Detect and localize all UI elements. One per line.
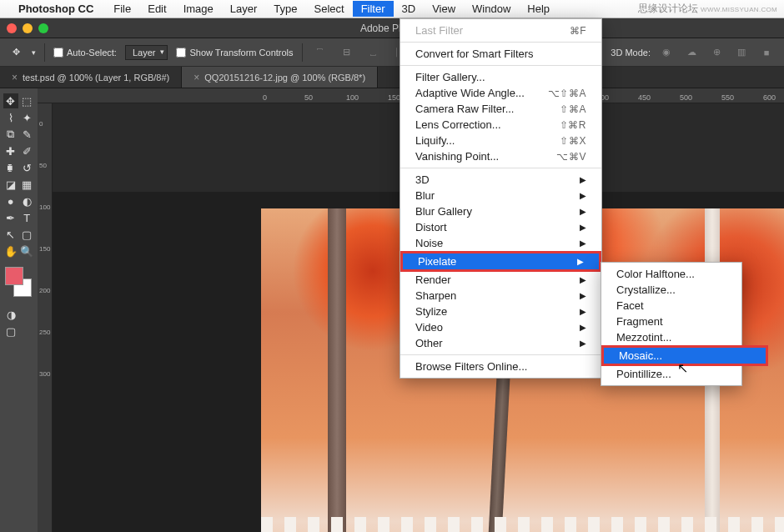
submenu-mezzotint[interactable]: Mezzotint... [601, 329, 768, 345]
blur-tool[interactable]: ● [3, 193, 18, 208]
close-icon[interactable]: × [193, 72, 199, 83]
watermark: 思缘设计论坛 WWW.MISSYUAN.COM [638, 2, 777, 16]
menu-filter[interactable]: Filter [353, 1, 394, 17]
menu-other-sub[interactable]: Other▶ [400, 335, 601, 351]
menu-blur-gallery-sub[interactable]: Blur Gallery▶ [400, 203, 601, 219]
slide-icon[interactable]: ▥ [732, 43, 751, 62]
crop-tool[interactable]: ⧉ [3, 127, 18, 142]
move-tool-icon: ✥ [8, 45, 23, 60]
eyedropper-tool[interactable]: ✎ [20, 127, 35, 142]
gradient-tool[interactable]: ▦ [20, 177, 35, 192]
menu-vanishing-point[interactable]: Vanishing Point...⌥⌘V [400, 148, 601, 164]
menu-window[interactable]: Window [464, 1, 519, 17]
menu-file[interactable]: File [105, 1, 139, 17]
menu-help[interactable]: Help [519, 1, 558, 17]
filter-menu: Last Filter⌘F Convert for Smart Filters … [400, 18, 602, 379]
menu-filter-gallery[interactable]: Filter Gallery... [400, 69, 601, 85]
align-vcenter-icon[interactable]: ⊟ [338, 43, 356, 62]
eraser-tool[interactable]: ◪ [3, 177, 18, 192]
menu-image[interactable]: Image [175, 1, 222, 17]
hand-tool[interactable]: ✋ [3, 243, 18, 258]
color-swatches[interactable] [3, 267, 33, 297]
3d-mode-label: 3D Mode: [611, 48, 651, 58]
pixelate-submenu: Color Halftone... Crystallize... Facet F… [601, 262, 742, 386]
screen-mode-tool[interactable]: ▢ [3, 324, 18, 339]
pen-tool[interactable]: ✒ [3, 210, 18, 225]
lasso-tool[interactable]: ⌇ [3, 110, 18, 125]
dolly-icon[interactable]: ⊕ [707, 43, 726, 62]
menu-layer[interactable]: Layer [222, 1, 266, 17]
menu-3d-sub[interactable]: 3D▶ [400, 172, 601, 188]
app-name[interactable]: Photoshop CC [18, 3, 93, 15]
zoom-tool[interactable]: 🔍 [20, 243, 35, 258]
menu-view[interactable]: View [424, 1, 464, 17]
menu-lens-correction[interactable]: Lens Correction...⇧⌘R [400, 117, 601, 133]
foreground-color-swatch[interactable] [5, 267, 23, 285]
menu-pixelate-sub[interactable]: Pixelate▶ [400, 251, 601, 272]
menu-convert-smart-filters[interactable]: Convert for Smart Filters [400, 46, 601, 62]
auto-select-checkbox[interactable]: Auto-Select: [53, 48, 117, 58]
orbit-icon[interactable]: ◉ [657, 43, 676, 62]
tab-test-psd[interactable]: ×test.psd @ 100% (Layer 1, RGB/8#) [0, 67, 182, 88]
close-icon[interactable]: × [12, 72, 18, 83]
tab-qq-jpg[interactable]: ×QQ20151216-12.jpg @ 100% (RGB/8*) [182, 67, 378, 88]
menu-sharpen-sub[interactable]: Sharpen▶ [400, 288, 601, 304]
submenu-crystallize[interactable]: Crystallize... [601, 282, 768, 298]
cursor-icon: ↖ [677, 360, 688, 376]
pan-icon[interactable]: ☁ [682, 43, 701, 62]
menu-blur-sub[interactable]: Blur▶ [400, 188, 601, 203]
stamp-tool[interactable]: ⧯ [3, 160, 18, 175]
tool-panel: ✥⬚ ⌇✦ ⧉✎ ✚✐ ⧯↺ ◪▦ ●◐ ✒T ↖▢ ✋🔍 ◑ ▢ [0, 88, 38, 532]
menu-stylize-sub[interactable]: Stylize▶ [400, 304, 601, 319]
window-close-button[interactable] [7, 23, 17, 33]
titlebar: Adobe Photoshop CC 2015 [0, 18, 784, 38]
move-tool[interactable]: ✥ [3, 93, 18, 108]
document-tabs: ×test.psd @ 100% (Layer 1, RGB/8#) ×QQ20… [0, 67, 784, 88]
menu-type[interactable]: Type [265, 1, 305, 17]
marquee-tool[interactable]: ⬚ [20, 93, 35, 108]
heal-tool[interactable]: ✚ [3, 143, 18, 158]
dodge-tool[interactable]: ◐ [20, 193, 35, 208]
menu-noise-sub[interactable]: Noise▶ [400, 235, 601, 251]
align-bottom-icon[interactable]: ⎵ [364, 43, 383, 62]
menu-select[interactable]: Select [305, 1, 352, 17]
menu-render-sub[interactable]: Render▶ [400, 272, 601, 288]
menu-adaptive-wide-angle[interactable]: Adaptive Wide Angle...⌥⇧⌘A [400, 85, 601, 101]
align-top-icon[interactable]: ⎴ [311, 43, 329, 62]
menu-browse-filters-online[interactable]: Browse Filters Online... [400, 359, 601, 374]
menu-liquify[interactable]: Liquify...⇧⌘X [400, 133, 601, 148]
wand-tool[interactable]: ✦ [20, 110, 35, 125]
ruler-vertical[interactable]: 050100150200250300 [38, 103, 53, 532]
menu-last-filter: Last Filter⌘F [400, 23, 601, 38]
menu-edit[interactable]: Edit [139, 1, 174, 17]
show-transform-checkbox[interactable]: Show Transform Controls [176, 48, 293, 58]
brush-tool[interactable]: ✐ [20, 143, 35, 158]
chevron-down-icon[interactable]: ▾ [32, 48, 36, 57]
shape-tool[interactable]: ▢ [20, 227, 35, 242]
history-brush-tool[interactable]: ↺ [20, 160, 35, 175]
window-maximize-button[interactable] [38, 23, 48, 33]
submenu-fragment[interactable]: Fragment [601, 314, 768, 329]
menu-video-sub[interactable]: Video▶ [400, 319, 601, 335]
submenu-facet[interactable]: Facet [601, 298, 768, 314]
menu-3d[interactable]: 3D [394, 1, 425, 17]
camera-icon[interactable]: ■ [757, 43, 776, 62]
menu-distort-sub[interactable]: Distort▶ [400, 219, 601, 235]
layer-dropdown[interactable]: Layer [125, 45, 168, 60]
path-tool[interactable]: ↖ [3, 227, 18, 242]
window-minimize-button[interactable] [23, 23, 33, 33]
menu-camera-raw[interactable]: Camera Raw Filter...⇧⌘A [400, 101, 601, 117]
type-tool[interactable]: T [20, 210, 35, 225]
quick-mask-tool[interactable]: ◑ [3, 307, 18, 322]
submenu-color-halftone[interactable]: Color Halftone... [601, 266, 768, 282]
options-bar: ✥ ▾ Auto-Select: Layer Show Transform Co… [0, 38, 784, 67]
